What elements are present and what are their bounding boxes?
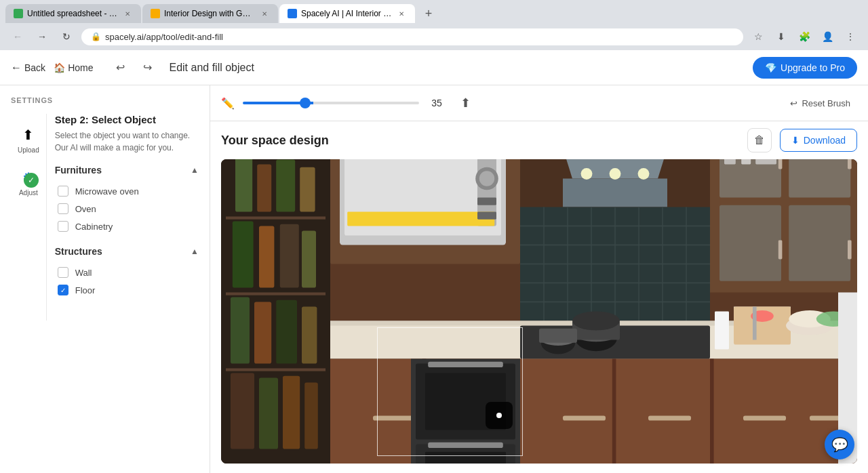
svg-point-40 — [610, 168, 621, 180]
svg-rect-61 — [848, 159, 852, 169]
delete-button[interactable]: 🗑 — [747, 128, 772, 152]
more-options-icon[interactable]: ⋮ — [841, 27, 860, 46]
home-button[interactable]: 🏠 Home — [54, 62, 93, 73]
step-desc: Select the object you want to change. Ou… — [55, 129, 199, 154]
reset-brush-button[interactable]: ↩ Reset Brush — [783, 94, 857, 112]
upgrade-button[interactable]: 💎 Upgrade to Pro — [753, 57, 857, 79]
tab-spreadsheet[interactable]: Untitled spreadsheet - Goo... ✕ — [5, 4, 141, 23]
forward-nav-button[interactable]: → — [33, 27, 52, 46]
structures-header[interactable]: Structures ▲ — [55, 246, 199, 257]
kitchen-scene — [221, 159, 857, 464]
checkbox-oven[interactable]: Oven — [55, 200, 199, 218]
wall-checkbox[interactable] — [58, 267, 68, 278]
tab-title-3: Spacely AI | AI Interior Desig... — [301, 9, 392, 18]
svg-rect-16 — [276, 300, 297, 364]
reload-button[interactable]: ↻ — [57, 27, 76, 46]
brush-slider[interactable] — [243, 102, 419, 104]
floor-label: Floor — [75, 285, 96, 295]
svg-rect-97 — [425, 452, 506, 464]
reset-brush-icon: ↩ — [790, 98, 797, 108]
microwave-label: Microwave oven — [75, 186, 139, 197]
svg-rect-5 — [226, 369, 326, 371]
svg-rect-63 — [848, 241, 852, 260]
svg-rect-8 — [276, 160, 295, 212]
undo-button[interactable]: ↩ — [109, 57, 131, 79]
profile-icon[interactable]: 👤 — [818, 27, 837, 46]
canvas-image-area — [221, 159, 857, 464]
checkbox-cabinetry[interactable]: Cabinetry — [55, 218, 199, 235]
oven-checkbox[interactable] — [58, 203, 68, 214]
upload-canvas-button[interactable]: ⬆ — [454, 92, 476, 114]
svg-point-28 — [479, 171, 494, 186]
sidebar-nav-upload[interactable]: ⬆ Upload — [14, 119, 43, 159]
sidebar-nav-vertical: ⬆ Upload ⚙ ✓ Adjust — [11, 114, 47, 321]
url-text: spacely.ai/app/tool/edit-and-fill — [105, 32, 734, 42]
reset-brush-label: Reset Brush — [802, 98, 850, 108]
svg-rect-76 — [539, 329, 577, 343]
home-label: Home — [68, 62, 93, 73]
svg-rect-60 — [778, 159, 783, 169]
furnitures-title: Furnitures — [55, 165, 102, 176]
brush-icon: ✏️ — [221, 97, 235, 110]
back-arrow-icon: ← — [11, 62, 22, 74]
svg-point-74 — [572, 312, 620, 331]
checkbox-floor[interactable]: ✓ Floor — [55, 281, 199, 299]
tab-close-2[interactable]: ✕ — [259, 8, 270, 19]
url-bar[interactable]: 🔒 spacely.ai/app/tool/edit-and-fill — [81, 28, 743, 45]
svg-rect-98 — [428, 362, 503, 367]
svg-rect-56 — [719, 159, 781, 198]
tab-close-1[interactable]: ✕ — [122, 8, 133, 19]
svg-rect-15 — [254, 302, 271, 364]
furnitures-header[interactable]: Furnitures ▲ — [55, 165, 199, 176]
svg-rect-13 — [302, 231, 316, 288]
svg-rect-58 — [719, 205, 781, 281]
tab-favicon-1 — [14, 9, 23, 18]
tab-title-2: Interior Design with Generati... — [164, 9, 255, 18]
microwave-checkbox[interactable] — [58, 186, 68, 197]
svg-rect-3 — [226, 217, 326, 220]
cabinetry-checkbox[interactable] — [58, 221, 68, 232]
checkbox-microwave[interactable]: Microwave oven — [55, 182, 199, 200]
back-nav-button[interactable]: ← — [8, 27, 27, 46]
tab-interior[interactable]: Interior Design with Generati... ✕ — [142, 4, 278, 23]
svg-rect-65 — [741, 159, 751, 165]
chat-icon: 💬 — [831, 436, 848, 453]
svg-rect-38 — [563, 179, 667, 207]
svg-point-39 — [581, 168, 593, 180]
svg-rect-62 — [778, 241, 783, 260]
svg-rect-30 — [477, 198, 496, 205]
oven-label: Oven — [75, 204, 96, 214]
tab-spacely[interactable]: Spacely AI | AI Interior Desig... ✕ — [279, 4, 415, 23]
redo-button[interactable]: ↪ — [136, 57, 158, 79]
cursor-indicator — [486, 402, 513, 429]
page-title: Edit and fill object — [169, 62, 254, 74]
checkbox-wall[interactable]: Wall — [55, 264, 199, 281]
download-browser-icon[interactable]: ⬇ — [772, 27, 791, 46]
svg-rect-12 — [280, 224, 299, 288]
tab-bar: Untitled spreadsheet - Goo... ✕ Interior… — [0, 0, 868, 23]
sidebar: SETTINGS ⬆ Upload ⚙ ✓ A — [0, 85, 210, 473]
svg-rect-19 — [259, 378, 278, 449]
tab-title-1: Untitled spreadsheet - Goo... — [27, 9, 118, 18]
chat-bubble-button[interactable]: 💬 — [825, 430, 854, 459]
extensions-icon[interactable]: 🧩 — [795, 27, 814, 46]
svg-rect-66 — [755, 159, 776, 165]
upgrade-label: Upgrade to Pro — [781, 62, 845, 73]
sidebar-top: ⬆ Upload ⚙ ✓ Adjust Step 2: Select Obj — [11, 114, 199, 321]
upload-canvas-icon: ⬆ — [460, 96, 471, 110]
structures-title: Structures — [55, 246, 102, 257]
download-button[interactable]: ⬇ Download — [780, 129, 857, 152]
svg-rect-102 — [743, 416, 786, 421]
cursor-dot — [496, 413, 502, 418]
tab-close-3[interactable]: ✕ — [396, 8, 407, 19]
back-label: Back — [24, 62, 45, 73]
floor-checkbox[interactable]: ✓ — [58, 285, 68, 295]
upload-label: Upload — [18, 146, 39, 154]
new-tab-button[interactable]: + — [419, 4, 438, 23]
svg-rect-6 — [235, 159, 252, 212]
svg-rect-101 — [710, 359, 714, 464]
back-button[interactable]: ← Back — [11, 62, 45, 74]
bookmark-icon[interactable]: ☆ — [749, 27, 768, 46]
sidebar-nav-adjust[interactable]: ⚙ ✓ Adjust — [14, 162, 43, 202]
svg-rect-64 — [724, 159, 736, 165]
